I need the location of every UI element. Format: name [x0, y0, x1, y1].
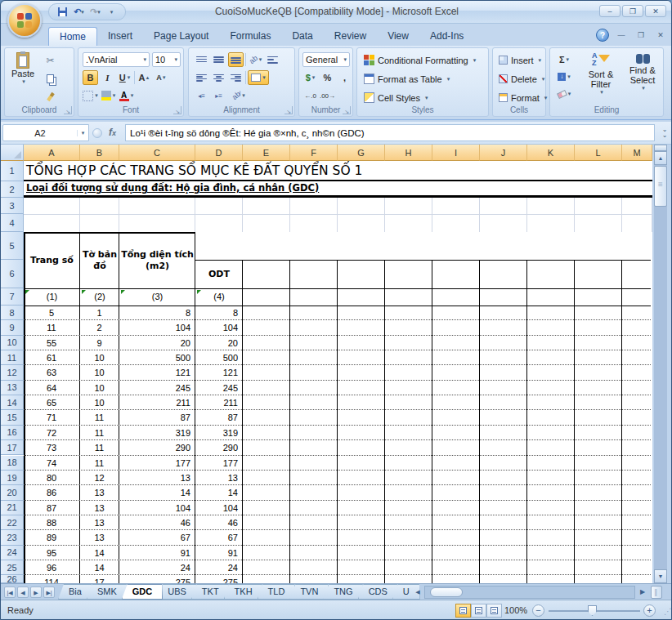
decrease-indent-button[interactable]: ◂≡	[194, 88, 209, 103]
row-header-6[interactable]: 6	[1, 260, 24, 288]
autosum-button[interactable]: Σ▾	[553, 52, 575, 67]
previous-sheet-button[interactable]: ◀	[17, 587, 29, 598]
bold-button[interactable]: B	[83, 70, 98, 85]
cell-A11[interactable]: 61	[24, 350, 79, 365]
cell-B22[interactable]: 13	[80, 515, 119, 530]
cell-A18[interactable]: 74	[24, 456, 79, 471]
cell-D7[interactable]: (4)	[195, 288, 243, 306]
row-header-2[interactable]: 2	[1, 181, 24, 198]
cell-C9[interactable]: 104	[119, 320, 195, 335]
font-name-select[interactable]: .VnArial▾	[83, 52, 150, 67]
zoom-out-button[interactable]: −	[532, 604, 544, 617]
cell-A14[interactable]: 65	[24, 395, 79, 410]
formula-bar-expand-button[interactable]: ⌄⌄	[659, 127, 670, 140]
row-header-18[interactable]: 18	[1, 456, 24, 471]
cell-A21[interactable]: 87	[24, 501, 79, 515]
vertical-scroll-thumb[interactable]	[654, 166, 667, 207]
align-middle-button[interactable]	[211, 52, 226, 67]
column-header-A[interactable]: A	[24, 145, 80, 161]
accounting-format-button[interactable]: $▾	[302, 70, 318, 85]
cell-D18[interactable]: 177	[195, 456, 242, 471]
horizontal-scroll-thumb[interactable]	[430, 587, 463, 597]
cell-A24[interactable]: 95	[24, 546, 79, 560]
cell-A22[interactable]: 88	[24, 515, 79, 530]
ribbon-tab-formulas[interactable]: Formulas	[219, 27, 281, 47]
cell-A25[interactable]: 96	[24, 560, 79, 575]
cell-B15[interactable]: 11	[80, 410, 119, 425]
cell-B26[interactable]: 17	[80, 575, 119, 583]
cell-B11[interactable]: 10	[80, 350, 119, 365]
cell-B14[interactable]: 10	[80, 395, 119, 410]
cell-A8[interactable]: 5	[24, 306, 79, 320]
sheet-tab-tng[interactable]: TNG	[323, 584, 363, 600]
clipboard-dialog-launcher[interactable]	[64, 106, 72, 114]
column-header-L[interactable]: L	[575, 145, 622, 161]
sheet-tab-smk[interactable]: SMK	[87, 584, 128, 600]
ribbon-tab-review[interactable]: Review	[324, 27, 377, 47]
scroll-down-button[interactable]: ▼	[654, 569, 667, 583]
row-header-5[interactable]: 5	[1, 232, 24, 260]
office-button[interactable]	[7, 3, 42, 38]
cell-C24[interactable]: 91	[119, 546, 195, 560]
row-header-20[interactable]: 20	[1, 485, 24, 500]
cell-C10[interactable]: 20	[119, 336, 195, 350]
minimize-button[interactable]: –	[599, 5, 620, 17]
cell-A10[interactable]: 55	[24, 336, 79, 350]
align-center-button[interactable]	[211, 70, 226, 85]
row-header-14[interactable]: 14	[1, 395, 24, 410]
cell-D13[interactable]: 245	[195, 381, 242, 395]
ribbon-tab-data[interactable]: Data	[281, 27, 323, 47]
cell-A26[interactable]: 114	[24, 575, 79, 583]
font-color-button[interactable]: A▾	[119, 88, 134, 103]
cell-B21[interactable]: 13	[80, 501, 119, 515]
cell-C7[interactable]: (3)	[119, 288, 195, 306]
sheet-tab-tld[interactable]: TLD	[258, 584, 296, 600]
last-sheet-button[interactable]: ▶|	[43, 587, 55, 598]
cell-B20[interactable]: 13	[80, 485, 119, 500]
cell-B12[interactable]: 10	[80, 365, 119, 380]
row-header-1[interactable]: 1	[1, 161, 24, 181]
cell-A15[interactable]: 71	[24, 410, 79, 425]
cell-D22[interactable]: 46	[195, 515, 242, 530]
cell-A16[interactable]: 72	[24, 426, 79, 440]
cell-D9[interactable]: 104	[195, 320, 242, 335]
sheet-tab-cds[interactable]: CDS	[358, 584, 398, 600]
cell-B25[interactable]: 14	[80, 560, 119, 575]
align-top-button[interactable]	[194, 52, 209, 67]
cell-D25[interactable]: 24	[195, 560, 242, 575]
cell-A20[interactable]: 86	[24, 485, 79, 500]
align-bottom-button[interactable]	[228, 52, 244, 67]
workbook-minimize-button[interactable]: —	[614, 31, 629, 39]
row-header-7[interactable]: 7	[1, 288, 24, 306]
text-rotate-button[interactable]: ab̷▾	[228, 88, 249, 103]
vertical-scrollbar[interactable]: ▲ ▼	[654, 145, 667, 583]
cut-button[interactable]: ✂	[43, 53, 58, 68]
next-sheet-button[interactable]: ▶	[30, 587, 42, 598]
name-box[interactable]: A2 ▾	[2, 124, 89, 141]
cell-D17[interactable]: 290	[195, 440, 242, 455]
zoom-in-button[interactable]: +	[643, 604, 656, 617]
cell-styles-button[interactable]: Cell Styles▾	[361, 89, 431, 106]
cell-C13[interactable]: 245	[119, 381, 195, 395]
normal-view-button[interactable]	[455, 604, 471, 618]
cell-A12[interactable]: 63	[24, 365, 79, 380]
page-layout-view-button[interactable]	[471, 604, 486, 618]
sheet-tab-bia[interactable]: Bia	[58, 584, 92, 600]
row-header-26[interactable]: 26	[1, 575, 24, 583]
zoom-slider-thumb[interactable]	[588, 605, 597, 616]
decrease-decimal-button[interactable]: .00→	[320, 88, 335, 103]
cell-B16[interactable]: 11	[80, 426, 119, 440]
row-header-24[interactable]: 24	[1, 546, 24, 560]
row-header-22[interactable]: 22	[1, 515, 24, 530]
maximize-button[interactable]: ❐	[622, 5, 643, 17]
format-as-table-button[interactable]: Format as Table▾	[361, 70, 453, 87]
formula-input[interactable]: Lo¹i ®èi t-îng sö dông ®Êt: Hé gia ®×nh,…	[125, 124, 655, 141]
cell-D19[interactable]: 13	[195, 471, 242, 485]
ribbon-tab-view[interactable]: View	[377, 27, 419, 47]
delete-cells-button[interactable]: Delete▾	[495, 70, 548, 87]
ribbon-tab-home[interactable]: Home	[48, 27, 97, 47]
row-header-13[interactable]: 13	[1, 381, 24, 395]
cell-C21[interactable]: 104	[119, 501, 195, 515]
cell-D10[interactable]: 20	[195, 336, 242, 350]
clear-button[interactable]: ▾	[553, 87, 575, 101]
